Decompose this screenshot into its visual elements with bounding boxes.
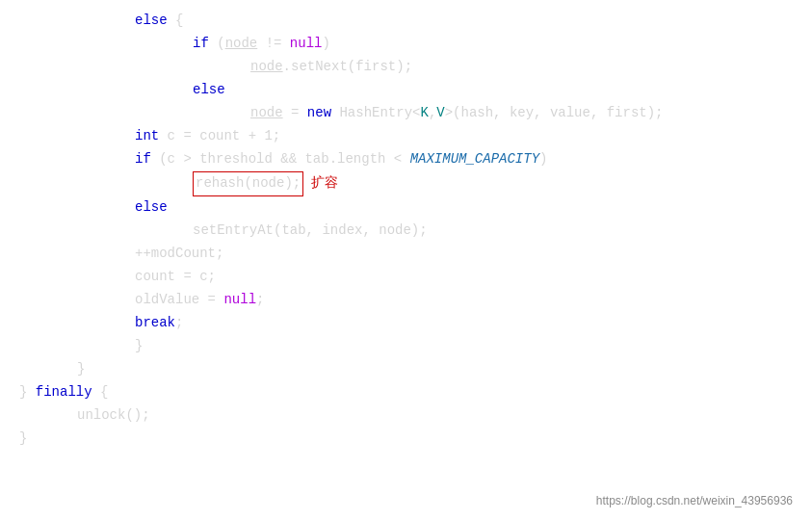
code-text: ++modCount; <box>135 243 223 266</box>
code-line-10: setEntryAt(tab, index, node); <box>0 220 812 243</box>
code-text: ; <box>175 312 183 335</box>
code-line-5: node = new HashEntry< K , V >(hash, key,… <box>0 102 812 125</box>
code-line-12: count = c; <box>0 266 812 289</box>
code-line-18: unlock(); <box>0 404 812 428</box>
code-line-1: else { <box>0 10 812 33</box>
code-line-17: } finally { <box>0 381 812 404</box>
var-node: node <box>225 33 258 56</box>
keyword-finally: finally <box>36 381 92 404</box>
code-text: ; <box>256 289 264 312</box>
const-max-cap: MAXIMUM_CAPACITY <box>410 148 539 171</box>
watermark: https://blog.csdn.net/weixin_43956936 <box>596 492 793 510</box>
code-line-3: node .setNext(first); <box>0 56 812 79</box>
code-line-19: } <box>0 428 812 451</box>
brace-close4: } <box>19 428 27 451</box>
highlight-rehash: rehash(node); <box>193 171 303 196</box>
code-text: oldValue = <box>135 289 223 312</box>
keyword-null2: null <box>223 289 256 312</box>
keyword-new: new <box>307 102 331 125</box>
code-line-4: else <box>0 79 812 102</box>
brace-close3: } <box>19 381 36 404</box>
keyword-null: null <box>290 33 323 56</box>
code-line-15: } <box>0 335 812 358</box>
code-line-6: int c = count + 1; <box>0 125 812 148</box>
keyword-if: if <box>193 33 209 56</box>
code-line-14: break ; <box>0 312 812 335</box>
code-text: ) <box>322 33 329 56</box>
keyword-else3: else <box>135 196 168 220</box>
keyword-break: break <box>135 312 175 335</box>
code-text: HashEntry< <box>331 102 420 125</box>
code-text: c = count + 1; <box>159 125 280 148</box>
brace-close: } <box>135 335 143 358</box>
code-text: ( <box>209 33 225 56</box>
brace-open: { <box>168 10 184 33</box>
code-line-2: if ( node != null ) <box>0 33 812 56</box>
code-text: count = c; <box>135 266 216 289</box>
brace-close2: } <box>77 358 85 381</box>
keyword-else2: else <box>193 79 225 102</box>
type-k: K <box>420 102 428 125</box>
var-node2: node <box>250 56 283 79</box>
code-text: unlock(); <box>77 404 150 428</box>
code-line-8: rehash(node); 扩容 <box>0 171 812 196</box>
code-text: ) <box>539 148 547 171</box>
code-line-7: if (c > threshold && tab.length < MAXIMU… <box>0 148 812 171</box>
brace-open2: { <box>92 381 109 404</box>
code-text: .setNext(first); <box>283 56 412 79</box>
code-line-9: else <box>0 196 812 220</box>
code-text: (c > threshold && tab.length < <box>151 148 410 171</box>
code-text: , <box>429 102 436 125</box>
code-line-13: oldValue = null ; <box>0 289 812 312</box>
type-v: V <box>436 102 444 125</box>
keyword-else: else <box>135 10 168 33</box>
code-line-11: ++modCount; <box>0 243 812 266</box>
annotation-expand: 扩容 <box>307 171 338 195</box>
code-text: != <box>257 33 290 56</box>
code-line-16: } <box>0 358 812 381</box>
code-text: >(hash, key, value, first); <box>445 102 664 125</box>
keyword-int: int <box>135 125 159 148</box>
var-node3: node <box>250 102 283 125</box>
code-text: = <box>283 102 307 125</box>
code-container: else { if ( node != null ) node .setNext… <box>0 0 812 520</box>
keyword-if2: if <box>135 148 151 171</box>
code-text: setEntryAt(tab, index, node); <box>193 220 428 243</box>
